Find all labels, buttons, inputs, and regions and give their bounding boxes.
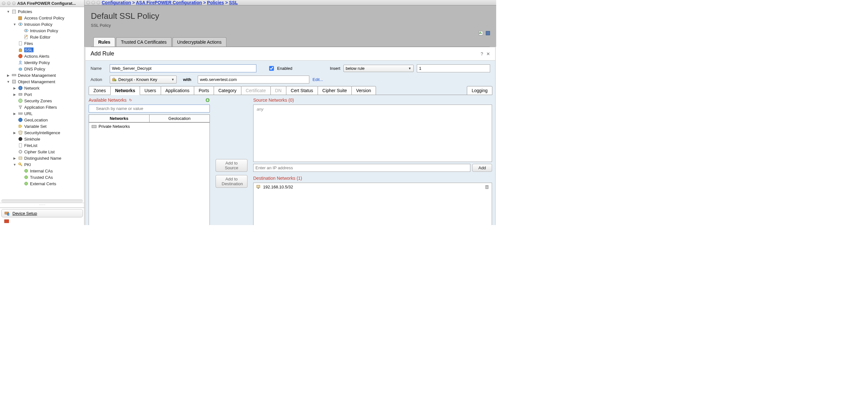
crumb-ssl[interactable]: SSL (229, 0, 238, 5)
tree-security-intel[interactable]: ▶ SecurityIntelligence (0, 129, 84, 136)
policy-save-icon[interactable] (485, 31, 491, 37)
tree-intrusion-policy[interactable]: Intrusion Policy (0, 27, 84, 34)
available-networks-column: Available Networks ↻ Networks Geolocatio… (89, 97, 210, 225)
refresh-icon[interactable]: ↻ (128, 98, 133, 102)
available-networks-title: Available Networks (89, 98, 127, 103)
close-window-button[interactable] (2, 2, 5, 5)
crumb-asa-firepower[interactable]: ASA FirePOWER Configuration (136, 0, 202, 5)
disclosure-open-icon[interactable]: ▼ (6, 10, 10, 13)
minimize-window-button[interactable] (92, 1, 95, 4)
with-input[interactable] (198, 75, 309, 84)
itab-applications[interactable]: Applications (161, 86, 194, 95)
policy-report-icon[interactable] (478, 31, 484, 37)
close-icon[interactable]: ✕ (486, 51, 490, 57)
tree-intrusion[interactable]: ▼ Intrusion Policy (0, 21, 84, 27)
editor-icon (24, 34, 29, 39)
itab-dn: DN (271, 86, 286, 95)
tree-distinguished-name[interactable]: ▶ Distinguished Name (0, 155, 84, 161)
tree-rule-editor[interactable]: Rule Editor (0, 34, 84, 40)
sidebar-resize-handle[interactable]: ⋯⋯ (0, 203, 84, 207)
source-networks-list[interactable]: any (253, 104, 492, 162)
tree-files[interactable]: Files (0, 40, 84, 46)
help-icon[interactable]: ? (480, 51, 483, 57)
disclosure-closed-icon[interactable]: ▶ (6, 74, 10, 77)
close-window-button[interactable] (86, 1, 90, 4)
crumb-policies[interactable]: Policies (207, 0, 224, 5)
rule-name-input[interactable] (110, 64, 256, 72)
tree-url[interactable]: ▶ www URL (0, 110, 84, 117)
itab-logging[interactable]: Logging (467, 86, 492, 95)
minimize-window-button[interactable] (7, 2, 10, 5)
svg-point-3 (20, 24, 21, 25)
tree-pki[interactable]: ▼ PKI (0, 161, 84, 168)
sidebar-titlebar: ASA FirePOWER Configurat... (0, 0, 84, 7)
tab-rules[interactable]: Rules (93, 37, 115, 46)
tree-actions-alerts[interactable]: Actions Alerts (0, 53, 84, 59)
list-item[interactable]: Private Networks (89, 123, 210, 130)
action-select[interactable]: Decrypt - Known Key ▼ (110, 75, 177, 84)
subtab-networks[interactable]: Networks (89, 114, 150, 122)
tree-ssl[interactable]: SSL (0, 46, 84, 53)
svg-rect-24 (19, 157, 22, 159)
tree-variable-set[interactable]: Variable Set (0, 123, 84, 129)
source-add-button[interactable]: Add (472, 164, 492, 172)
add-to-destination-button[interactable]: Add to Destination (216, 175, 247, 188)
insert-position-input[interactable] (417, 64, 490, 72)
itab-cert-status[interactable]: Cert Status (286, 86, 318, 95)
disclosure-open-icon[interactable]: ▼ (13, 23, 17, 26)
tree-sinkhole[interactable]: Sinkhole (0, 136, 84, 142)
tree-network[interactable]: ▶ Network (0, 85, 84, 91)
insert-mode-select[interactable]: below rule▼ (343, 65, 413, 72)
disclosure-open-icon[interactable]: ▼ (6, 80, 10, 84)
itab-ports[interactable]: Ports (194, 86, 214, 95)
add-to-source-button[interactable]: Add to Source (216, 159, 247, 172)
edit-link[interactable]: Edit... (312, 77, 323, 82)
tree-geolocation[interactable]: GeoLocation (0, 117, 84, 123)
sidebar-scrollbar[interactable] (1, 200, 83, 203)
itab-networks[interactable]: Networks (110, 86, 140, 95)
tree-device-mgmt[interactable]: ▶ Device Management (0, 72, 84, 78)
tree-security-zones[interactable]: Security Zones (0, 98, 84, 104)
delete-icon[interactable] (485, 184, 489, 189)
itab-category[interactable]: Category (214, 86, 241, 95)
add-object-icon[interactable] (205, 98, 210, 102)
zoom-window-button[interactable] (97, 1, 100, 4)
itab-users[interactable]: Users (140, 86, 161, 95)
tree-cipher-list[interactable]: Cipher Suite List (0, 149, 84, 155)
alert-icon (18, 54, 23, 59)
tree-object-mgmt[interactable]: ▼ Object Management (0, 78, 84, 85)
available-networks-list[interactable]: Private Networks (89, 122, 210, 225)
disclosure-closed-icon[interactable]: ▶ (13, 93, 17, 96)
tree-identity[interactable]: Identity Policy (0, 59, 84, 66)
disclosure-open-icon[interactable]: ▼ (13, 163, 17, 166)
zoom-window-button[interactable] (12, 2, 16, 5)
tree-app-filters[interactable]: Application Filters (0, 104, 84, 110)
tab-undecryptable[interactable]: Undecryptable Actions (173, 37, 226, 46)
disclosure-closed-icon[interactable]: ▶ (13, 87, 17, 90)
tab-trusted-ca[interactable]: Trusted CA Certificates (116, 37, 171, 46)
globe-icon (18, 117, 23, 122)
enabled-checkbox[interactable] (269, 66, 274, 71)
disclosure-closed-icon[interactable]: ▶ (13, 112, 17, 116)
disclosure-closed-icon[interactable]: ▶ (13, 157, 17, 160)
destination-networks-list[interactable]: 192.168.10.5/32 (253, 183, 492, 225)
tree-external-certs[interactable]: External Certs (0, 180, 84, 187)
itab-zones[interactable]: Zones (89, 86, 111, 95)
source-ip-input[interactable] (253, 164, 470, 172)
main-titlebar: Configuration > ASA FirePOWER Configurat… (85, 0, 496, 5)
network-search-input[interactable] (89, 104, 210, 112)
tree-port[interactable]: ▶ Port (0, 91, 84, 98)
tree-access-control[interactable]: Access Control Policy (0, 15, 84, 21)
tree-trusted-cas[interactable]: Trusted CAs (0, 174, 84, 180)
disclosure-closed-icon[interactable]: ▶ (13, 131, 17, 134)
tree-filelist[interactable]: FileList (0, 142, 84, 149)
crumb-configuration[interactable]: Configuration (102, 0, 131, 5)
tree-internal-cas[interactable]: Internal CAs (0, 168, 84, 174)
list-item[interactable]: 192.168.10.5/32 (253, 183, 492, 191)
device-setup-button[interactable]: Device Setup (1, 209, 83, 218)
tree-policies[interactable]: ▼ Policies (0, 8, 84, 15)
itab-version[interactable]: Version (351, 86, 376, 95)
tree-dns[interactable]: DNS Policy (0, 66, 84, 72)
itab-cipher-suite[interactable]: Cipher Suite (318, 86, 352, 95)
subtab-geolocation[interactable]: Geolocation (150, 114, 210, 122)
